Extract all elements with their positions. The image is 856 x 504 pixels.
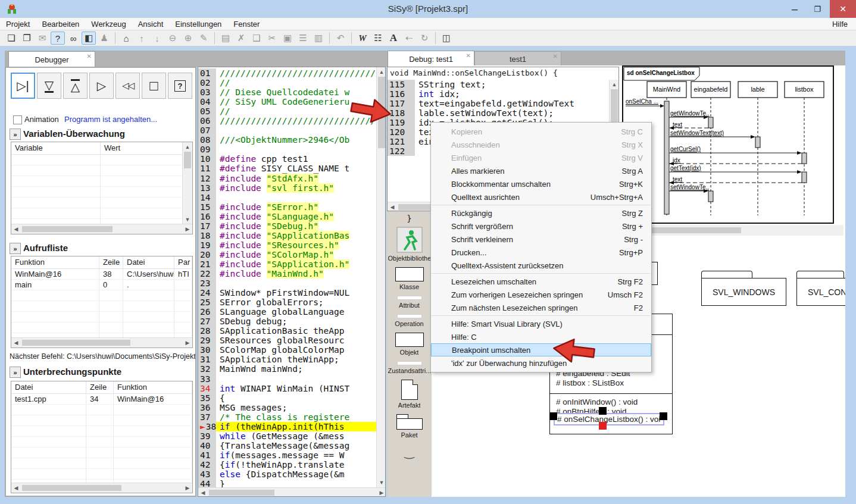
code-line[interactable]: 10#define cpp_test1: [198, 154, 376, 164]
line-number[interactable]: 05: [198, 107, 216, 116]
refresh-doc-icon[interactable]: ↻: [417, 32, 432, 45]
tab-test1[interactable]: test1✕: [474, 51, 561, 67]
code-line[interactable]: 01//////////////////////////////////////…: [198, 68, 376, 78]
table-horizontal-scrollbar[interactable]: ◀▶: [11, 483, 192, 493]
editor-horizontal-scrollbar[interactable]: ◀ ▶: [198, 487, 386, 497]
animation-checkbox[interactable]: [13, 115, 22, 124]
line-number[interactable]: 36: [198, 403, 216, 412]
menu-item-quelltext-assistent-zurücksetzen[interactable]: Quelltext-Assistent zurücksetzen: [431, 259, 651, 272]
zoom-out-icon[interactable]: ⊖: [165, 32, 180, 45]
resize-handle-bottom[interactable]: [599, 422, 607, 430]
word-icon[interactable]: W: [355, 32, 370, 45]
code-line[interactable]: 26SLanguage globalLanguage: [198, 307, 376, 317]
copy-icon[interactable]: ❑: [249, 32, 264, 45]
code-line[interactable]: 32MainWnd mainWnd;: [198, 364, 376, 374]
menu-item-zum-nächsten-lesezeichen-springen[interactable]: Zum nächsten Lesezeichen springenF2: [431, 301, 651, 314]
line-number[interactable]: 13: [198, 183, 216, 193]
sequence-diagram-scrollbar[interactable]: [622, 225, 843, 236]
resize-handle[interactable]: [549, 412, 557, 420]
code-line[interactable]: 17#include "SDebug.h": [198, 221, 376, 231]
line-number[interactable]: 33: [198, 374, 216, 384]
line-number[interactable]: 12: [198, 174, 216, 183]
palette-tool-artefakt[interactable]: Artefakt: [398, 380, 421, 409]
line-number[interactable]: 04: [198, 97, 216, 107]
stop-button[interactable]: □: [142, 73, 166, 99]
menu-item-quelltext-ausrichten[interactable]: Quelltext ausrichtenUmsch+Strg+A: [431, 190, 651, 204]
line-number[interactable]: 19: [198, 240, 216, 250]
properties-icon[interactable]: ▤: [218, 32, 233, 45]
step-over-button[interactable]: ▽: [37, 73, 61, 99]
code-line[interactable]: 19#include "SResources.h": [198, 240, 376, 250]
line-number[interactable]: 17: [198, 221, 216, 231]
delete-icon[interactable]: ✗: [234, 32, 248, 45]
align-icon[interactable]: ⇠: [402, 32, 416, 45]
menu-item-hilfe-smart-visual-library-svl-[interactable]: Hilfe: Smart Visual Library (SVL): [431, 317, 651, 330]
selected-operation[interactable]: # onSelChangeListbox() : voi: [554, 413, 664, 425]
menu-einstellungen[interactable]: Einstellungen: [169, 20, 227, 29]
code-line[interactable]: 28SApplicationBasic theApp: [198, 326, 376, 336]
menu-item-blockkommentar-umschalten[interactable]: Blockkommentar umschaltenStrg+K: [431, 177, 651, 190]
code-line[interactable]: 25SError globalErrors;: [198, 298, 376, 307]
home-icon[interactable]: ⌂: [119, 32, 133, 45]
menu-hilfe[interactable]: Hilfe: [824, 20, 856, 29]
code-line[interactable]: 13#include "svl_first.h": [198, 183, 376, 193]
line-number[interactable]: 39: [198, 431, 216, 441]
tab-debugger[interactable]: Debugger ✕: [8, 51, 95, 67]
font-icon[interactable]: A: [386, 32, 401, 45]
mail-icon[interactable]: ✉: [35, 32, 49, 45]
line-number[interactable]: 42: [198, 460, 216, 469]
code-line[interactable]: 15#include "SError.h": [198, 202, 376, 212]
palette-tool-paket[interactable]: Paket: [396, 414, 423, 439]
run-button[interactable]: ▷: [89, 73, 114, 99]
line-number[interactable]: 09: [198, 145, 216, 154]
indent-icon[interactable]: ☰: [296, 32, 310, 45]
zoom-in-icon[interactable]: ⊕: [181, 32, 195, 45]
print-icon[interactable]: ☷: [371, 32, 385, 45]
line-number[interactable]: 30: [198, 345, 216, 355]
line-number[interactable]: 116: [388, 89, 415, 99]
code-line[interactable]: 31SApplication theWinApp;: [198, 355, 376, 364]
line-number[interactable]: 27: [198, 317, 216, 326]
code-line[interactable]: 40{TranslateMessage(&messag: [198, 441, 376, 450]
code-line[interactable]: 09: [198, 145, 376, 154]
line-number[interactable]: 43: [198, 469, 216, 479]
table-horizontal-scrollbar[interactable]: ◀▶: [11, 337, 192, 348]
menu-werkzeug[interactable]: Werkzeug: [85, 20, 132, 29]
line-number[interactable]: 35: [198, 393, 216, 403]
line-number[interactable]: 18: [198, 231, 216, 240]
palette-tool-objektbibliothek[interactable]: Objektbibliothek: [388, 227, 431, 262]
table-row[interactable]: test1.cpp34WinMain@16: [11, 394, 192, 405]
code-line[interactable]: 20#include "SColorMap.h": [198, 250, 376, 259]
table-vertical-scrollbar[interactable]: ▲▼: [182, 142, 192, 224]
line-number[interactable]: 121: [388, 137, 415, 146]
line-number[interactable]: 120: [388, 127, 415, 137]
callstack-table[interactable]: FunktionZeileDateiParWinMain@1638C:\User…: [11, 256, 193, 348]
code-line[interactable]: 118lable.setWindowText(text);: [388, 108, 609, 118]
code-line[interactable]: 04// SiSy UML CodeGenerieru: [198, 97, 376, 107]
code-line[interactable]: 27SDebug debug;: [198, 317, 376, 326]
maximize-button[interactable]: ❐: [807, 0, 827, 18]
code-line[interactable]: 18#include "SApplicationBas: [198, 231, 376, 240]
code-line[interactable]: 07: [198, 126, 376, 135]
table-row[interactable]: WinMain@1638C:\Users\huwi\...hTI: [11, 269, 192, 280]
line-number[interactable]: 15: [198, 202, 216, 212]
code-line[interactable]: 33: [198, 374, 376, 384]
palette-more-indicator[interactable]: ‿: [404, 445, 414, 459]
line-number[interactable]: 32: [198, 364, 216, 374]
line-number[interactable]: 02: [198, 78, 216, 87]
person-icon[interactable]: ♟: [97, 32, 111, 45]
breakpoints-table[interactable]: DateiZeileFunktiontest1.cpp34WinMain@16◀…: [11, 381, 193, 493]
line-number[interactable]: 11: [198, 164, 216, 173]
code-line[interactable]: 24SWindow* pFirstWindow=NUL: [198, 288, 376, 298]
palette-tool-klasse[interactable]: Klasse: [395, 267, 424, 290]
line-number[interactable]: 115: [388, 80, 415, 89]
tab-debug-test1[interactable]: Debug: test1✕: [388, 51, 474, 67]
menu-item-drucken-[interactable]: Drucken...Strg+P: [431, 246, 651, 259]
code-line[interactable]: 116int idx;: [388, 89, 609, 99]
code-line[interactable]: 02//: [198, 78, 376, 87]
new-document-icon[interactable]: ❏: [4, 32, 18, 45]
code-line[interactable]: 03// Diese Quellcodedatei w: [198, 87, 376, 97]
line-number[interactable]: 24: [198, 288, 216, 298]
menu-item-rückgängig[interactable]: RückgängigStrg Z: [431, 206, 651, 220]
line-number[interactable]: 20: [198, 250, 216, 259]
